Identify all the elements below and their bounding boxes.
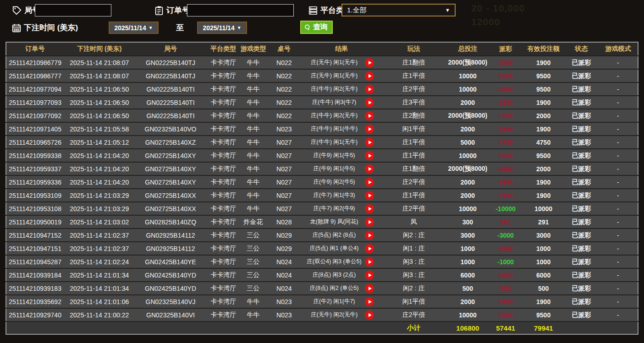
table-number-cell: N027: [266, 136, 303, 149]
platform-type-cell: 卡卡湾厅: [206, 175, 241, 189]
search-button[interactable]: 查询: [300, 21, 333, 34]
result-text: 庄(无牛) 闲1(无牛): [303, 72, 365, 80]
play-video-icon[interactable]: [365, 138, 374, 147]
round-input[interactable]: [35, 4, 111, 16]
bet-type-cell: 闲1平倍: [380, 295, 447, 308]
game-type-cell: 三公: [241, 255, 266, 268]
payout-cell: 1900: [488, 175, 523, 189]
game-type-cell: 牛牛: [241, 149, 266, 162]
play-video-icon[interactable]: [365, 191, 374, 200]
game-mode-cell: -: [599, 56, 638, 69]
platform-type-cell: 卡卡湾厅: [206, 268, 241, 282]
order-number-cell: 251114210965726: [6, 136, 64, 149]
column-header: 状态: [564, 42, 599, 56]
valid-bet-cell: 10000: [523, 202, 564, 215]
bet-type-cell: 闲3 : 庄: [380, 255, 447, 268]
column-header: 游戏模式: [599, 42, 638, 56]
play-video-icon[interactable]: [365, 204, 374, 213]
status-cell: 已派彩: [564, 308, 599, 321]
play-video-icon[interactable]: [365, 297, 374, 306]
play-video-icon[interactable]: [365, 164, 374, 174]
status-cell: 已派彩: [564, 202, 599, 215]
table-row: 2511142109657262025-11-14 21:05:12GN0272…: [6, 136, 638, 149]
table-row: 2511142109471512025-11-14 21:02:37GN0292…: [6, 242, 638, 255]
play-video-icon[interactable]: [365, 244, 374, 253]
total-bet-cell: 1000: [447, 255, 488, 268]
status-cell: 已派彩: [564, 242, 599, 255]
game-mode-cell: -: [599, 255, 638, 268]
status-cell: 已派彩: [564, 82, 599, 96]
platform-type-select[interactable]: 1.全部 ▼: [341, 4, 456, 16]
result-cell: 庄(牛牛) 闲3(牛7): [303, 96, 380, 109]
table-number-cell: N024: [266, 255, 303, 268]
payout-cell: 6000: [488, 268, 523, 282]
play-video-icon[interactable]: [365, 218, 374, 227]
result-cell: 庄(牛9) 闲1(牛5): [303, 162, 380, 175]
date-to-picker[interactable]: 2025/11/14 ▼: [197, 22, 247, 34]
order-number-cell: 251114210929740: [6, 308, 64, 321]
game-mode-cell: -: [599, 109, 638, 122]
play-video-icon[interactable]: [365, 310, 374, 320]
order-number-cell: 251114210977094: [6, 82, 64, 96]
table-row: 2511142109391842025-11-14 21:01:34GN0242…: [6, 268, 638, 282]
round-number-cell: GN02725B140XY: [135, 149, 206, 162]
play-video-icon[interactable]: [365, 231, 374, 240]
play-video-icon[interactable]: [365, 71, 374, 81]
payout-cell: 1900: [488, 295, 523, 308]
play-video-icon[interactable]: [365, 257, 374, 267]
bet-type-cell: 庄2翻倍: [380, 109, 447, 122]
result-text: 龙(散牌 9) 凤(同花): [303, 218, 365, 226]
play-video-icon[interactable]: [365, 125, 374, 134]
bet-time-filter-label: 下注时间 (美东): [11, 22, 78, 33]
result-text: 庄(牛牛) 闲3(牛7): [303, 98, 365, 106]
column-header: 游戏类型: [241, 42, 266, 56]
result-cell: 庄(无牛) 闲1(无牛): [303, 56, 380, 69]
game-mode-cell: -: [599, 96, 638, 109]
table-row: 2511142109770942025-11-14 21:06:50GN0222…: [6, 82, 638, 96]
game-type-cell: 炸金花: [241, 215, 266, 229]
chevron-down-icon: ▼: [445, 7, 450, 13]
play-video-icon[interactable]: [365, 85, 374, 94]
play-video-icon[interactable]: [365, 58, 374, 67]
total-bet-cell: 2000(预8000): [447, 109, 488, 122]
bet-type-cell: 庄2平倍: [380, 175, 447, 189]
result-cell: 庄(牛9) 闲1(牛5): [303, 149, 380, 162]
table-row: 2511142109593372025-11-14 21:04:20GN0272…: [6, 162, 638, 175]
game-type-cell: 牛牛: [241, 109, 266, 122]
table-number-cell: N027: [266, 202, 303, 215]
result-cell: 庄(5点) 闲2 (8点): [303, 229, 380, 242]
result-text: 庄(牛9) 闲2(牛5): [303, 178, 365, 186]
payout-cell: 3800: [488, 162, 523, 175]
round-number-cell: GN02225B140TJ: [135, 56, 206, 69]
order-number-cell: 251114210971405: [6, 122, 64, 136]
game-mode-cell: -: [599, 268, 638, 282]
column-header: 局号: [135, 42, 206, 56]
play-video-icon[interactable]: [365, 111, 374, 120]
bet-time-cell: 2025-11-14 21:02:37: [64, 242, 135, 255]
payout-cell: 9500: [488, 308, 523, 321]
platform-type-cell: 卡卡湾厅: [206, 229, 241, 242]
valid-bet-cell: 3000: [523, 229, 564, 242]
payout-cell: 5700: [488, 109, 523, 122]
game-mode-cell: -: [599, 69, 638, 82]
table-row: 2511142109593362025-11-14 21:04:20GN0272…: [6, 175, 638, 189]
result-text: 庄(8点) 闲3 (2点): [303, 271, 365, 279]
game-type-cell: 牛牛: [241, 202, 266, 215]
platform-type-cell: 卡卡湾厅: [206, 242, 241, 255]
payout-cell: 291: [488, 215, 523, 229]
result-text: 庄(牛7) 闲2(牛9): [303, 205, 365, 212]
subtotal-spacer: [6, 321, 380, 334]
date-from-picker[interactable]: 2025/11/14 ▼: [109, 22, 159, 34]
status-cell: 已派彩: [564, 215, 599, 229]
total-bet-cell: 5000: [447, 136, 488, 149]
play-video-icon[interactable]: [365, 271, 374, 280]
table-header-row: 订单号下注时间 (美东)局号平台类型游戏类型桌号结果玩法总投注派彩有效投注额状态…: [6, 42, 638, 56]
play-video-icon[interactable]: [365, 151, 374, 160]
table-number-cell: N027: [266, 149, 303, 162]
table-row: 2511142109391832025-11-14 21:01:34GN0242…: [6, 282, 638, 295]
order-number-input[interactable]: [187, 4, 294, 16]
table-number-cell: N022: [266, 96, 303, 109]
play-video-icon[interactable]: [365, 178, 374, 187]
play-video-icon[interactable]: [365, 98, 374, 107]
play-video-icon[interactable]: [365, 284, 374, 293]
